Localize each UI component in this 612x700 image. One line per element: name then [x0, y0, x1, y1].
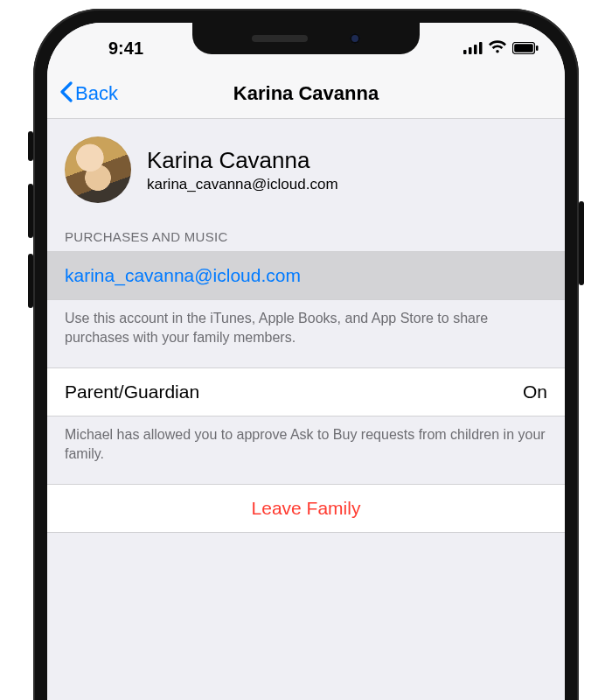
svg-rect-0	[463, 50, 467, 54]
speaker-grille	[252, 35, 308, 42]
notch	[192, 23, 420, 54]
navigation-bar: Karina Cavanna Back	[47, 68, 565, 119]
wifi-icon	[488, 38, 507, 59]
volume-down-button	[28, 254, 33, 308]
parent-guardian-value: On	[523, 382, 547, 402]
nav-title: Karina Cavanna	[47, 82, 565, 105]
section-purchases-title: PURCHASES AND MUSIC	[47, 224, 565, 251]
svg-rect-5	[514, 44, 533, 52]
leave-family-label: Leave Family	[252, 498, 361, 519]
profile-email: karina_cavanna@icloud.com	[147, 176, 338, 193]
leave-family-button[interactable]: Leave Family	[47, 484, 565, 533]
svg-rect-6	[536, 46, 539, 51]
profile-header: Karina Cavanna karina_cavanna@icloud.com	[47, 119, 565, 224]
side-button	[579, 201, 584, 285]
svg-rect-1	[469, 47, 472, 54]
svg-rect-2	[474, 45, 477, 54]
battery-icon	[512, 38, 539, 59]
purchases-note: Use this account in the iTunes, Apple Bo…	[47, 300, 565, 368]
parent-guardian-note: Michael has allowed you to approve Ask t…	[47, 416, 565, 484]
parent-guardian-label: Parent/Guardian	[65, 382, 199, 402]
screen: 9:41 Karina Cavanna	[47, 23, 565, 700]
silent-switch	[28, 131, 33, 161]
svg-rect-3	[479, 42, 483, 54]
signal-icon	[463, 38, 483, 59]
volume-up-button	[28, 184, 33, 238]
status-time: 9:41	[73, 33, 178, 59]
avatar	[65, 136, 131, 203]
front-camera	[350, 33, 360, 44]
profile-name: Karina Cavanna	[147, 147, 338, 174]
purchases-account-row[interactable]: karina_cavanna@icloud.com	[47, 251, 565, 300]
purchases-account-email: karina_cavanna@icloud.com	[65, 265, 301, 286]
phone-frame: 9:41 Karina Cavanna	[33, 9, 579, 700]
parent-guardian-row[interactable]: Parent/Guardian On	[47, 368, 565, 416]
